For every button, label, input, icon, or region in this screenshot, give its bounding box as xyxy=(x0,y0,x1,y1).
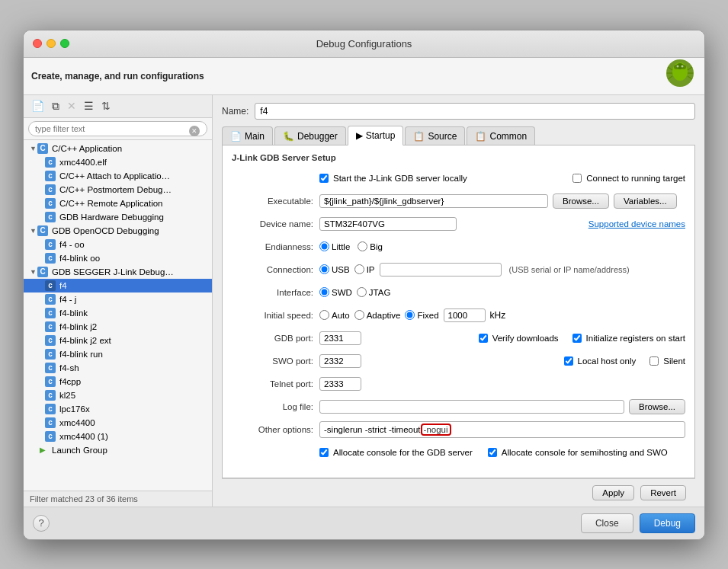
section-title: J-Link GDB Server Setup xyxy=(232,153,685,162)
tab-debugger[interactable]: 🐛 Debugger xyxy=(274,126,346,145)
sidebar-item-kl25[interactable]: c kl25 xyxy=(24,388,212,402)
duplicate-button[interactable]: ⧉ xyxy=(49,98,63,114)
speed-fixed-label[interactable]: Fixed xyxy=(405,310,438,320)
allocate-gdb-checkbox[interactable] xyxy=(319,448,329,457)
c-icon: c xyxy=(45,349,56,360)
sidebar-item-f4[interactable]: c f4 xyxy=(24,279,212,292)
executable-browse-button[interactable]: Browse... xyxy=(553,193,609,209)
endianness-little-label[interactable]: Little xyxy=(319,241,350,251)
c-icon: c xyxy=(45,294,56,305)
interface-jtag-radio[interactable] xyxy=(357,287,367,297)
search-clear-button[interactable]: ✕ xyxy=(189,126,200,136)
tab-common[interactable]: 📋 Common xyxy=(467,126,535,145)
interface-swd-radio[interactable] xyxy=(319,287,329,297)
ip-address-input[interactable] xyxy=(380,263,502,277)
other-options-row: Other options: -singlerun -strict -timeo… xyxy=(232,421,685,438)
interface-swd-label[interactable]: SWD xyxy=(319,287,352,297)
sidebar-item-f4-blink-j2[interactable]: c f4-blink j2 xyxy=(24,320,212,334)
sidebar-item-lpc176x[interactable]: c lpc176x xyxy=(24,402,212,416)
tab-source[interactable]: 📋 Source xyxy=(405,126,465,145)
endianness-little-radio[interactable] xyxy=(319,241,329,251)
sidebar-item-xmc4400-elf[interactable]: c xmc4400.elf xyxy=(24,155,212,169)
log-file-input[interactable] xyxy=(319,400,624,414)
name-input[interactable] xyxy=(255,103,695,120)
silent-checkbox[interactable] xyxy=(649,356,659,366)
sidebar-item-f4-blink[interactable]: c f4-blink xyxy=(24,306,212,320)
speed-auto-radio[interactable] xyxy=(319,310,329,320)
close-button[interactable]: Close xyxy=(581,513,633,533)
init-registers-checkbox[interactable] xyxy=(572,334,582,343)
local-host-only-checkbox[interactable] xyxy=(564,356,573,366)
sidebar-item-f4-blink-run[interactable]: c f4-blink run xyxy=(24,347,212,361)
close-button[interactable] xyxy=(33,39,42,48)
interface-jtag-label[interactable]: JTAG xyxy=(357,287,391,297)
sidebar-item-gdb-segger[interactable]: ▼ C GDB SEGGER J-Link Debug… xyxy=(24,265,212,279)
tab-main[interactable]: 📄 Main xyxy=(222,126,273,145)
verify-downloads-checkbox[interactable] xyxy=(479,334,488,343)
sidebar-item-f4-oo[interactable]: c f4 - oo xyxy=(24,238,212,251)
connect-running-checkbox[interactable] xyxy=(572,174,582,183)
sidebar-footer: Filter matched 23 of 36 items xyxy=(24,491,212,507)
revert-button[interactable]: Revert xyxy=(640,485,686,500)
other-options-nogui-highlight: -nogui xyxy=(421,424,451,436)
other-options-prefix: -singlerun -strict -timeout xyxy=(324,425,421,434)
sidebar-item-launch-group[interactable]: ▶ Launch Group xyxy=(24,443,212,457)
speed-adaptive-label[interactable]: Adaptive xyxy=(354,310,401,320)
sidebar-item-f4-sh[interactable]: c f4-sh xyxy=(24,361,212,375)
search-input[interactable] xyxy=(28,121,207,136)
supported-device-names-link[interactable]: Supported device names xyxy=(588,219,685,229)
connection-usb-radio[interactable] xyxy=(319,264,329,274)
start-server-checkbox[interactable] xyxy=(319,174,329,183)
connection-ip-label[interactable]: IP xyxy=(354,264,375,274)
speed-auto-label[interactable]: Auto xyxy=(319,310,350,320)
gdb-port-input[interactable] xyxy=(319,331,361,345)
executable-variables-button[interactable]: Variables... xyxy=(614,193,677,209)
sidebar-item-f4-blink-j2-ext[interactable]: c f4-blink j2 ext xyxy=(24,334,212,347)
sidebar-item-f4cpp[interactable]: c f4cpp xyxy=(24,375,212,388)
sidebar-item-xmc4400-1[interactable]: c xmc4400 (1) xyxy=(24,430,212,443)
sidebar-item-f4-j[interactable]: c f4 - j xyxy=(24,292,212,306)
log-browse-button[interactable]: Browse... xyxy=(629,399,685,414)
connection-usb-label[interactable]: USB xyxy=(319,264,350,274)
allocate-semihosting-text: Allocate console for semihosting and SWO xyxy=(502,448,668,457)
new-config-button[interactable]: 📄 xyxy=(28,98,47,113)
speed-fixed-radio[interactable] xyxy=(405,310,415,320)
delete-button[interactable]: ✕ xyxy=(64,98,79,113)
tab-startup[interactable]: ▶ Startup xyxy=(348,126,404,145)
c-icon: c xyxy=(45,431,56,442)
initial-speed-label: Initial speed: xyxy=(232,311,319,320)
minimize-button[interactable] xyxy=(47,39,56,48)
sidebar-item-cpp-application[interactable]: ▼ C C/C++ Application xyxy=(24,142,212,155)
sidebar-item-cpp-attach[interactable]: c C/C++ Attach to Applicatio… xyxy=(24,169,212,183)
apply-button[interactable]: Apply xyxy=(592,485,634,500)
device-name-input[interactable] xyxy=(319,217,457,231)
endianness-big-label[interactable]: Big xyxy=(358,241,383,251)
swo-port-input[interactable] xyxy=(319,354,361,368)
startup-tab-icon: ▶ xyxy=(356,130,363,141)
sidebar-item-xmc4400[interactable]: c xmc4400 xyxy=(24,416,212,430)
sidebar-item-gdb-openocd[interactable]: ▼ C GDB OpenOCD Debugging xyxy=(24,224,212,238)
endianness-big-text: Big xyxy=(370,242,383,251)
c-icon: c xyxy=(45,335,56,346)
speed-adaptive-radio[interactable] xyxy=(354,310,364,320)
sidebar-toolbar: 📄 ⧉ ✕ ☰ ⇅ xyxy=(24,95,212,118)
telnet-port-input[interactable] xyxy=(319,377,361,391)
sidebar-item-cpp-postmortem[interactable]: c C/C++ Postmortem Debug… xyxy=(24,183,212,197)
speed-adaptive-text: Adaptive xyxy=(367,311,401,320)
executable-input[interactable] xyxy=(319,194,548,208)
help-button[interactable]: ? xyxy=(33,515,50,532)
move-button[interactable]: ⇅ xyxy=(98,98,114,113)
sidebar-item-cpp-remote[interactable]: c C/C++ Remote Application xyxy=(24,197,212,210)
local-host-only-label: Local host only xyxy=(564,356,637,366)
endianness-big-radio[interactable] xyxy=(358,241,367,251)
maximize-button[interactable] xyxy=(60,39,69,48)
speed-value-input[interactable] xyxy=(444,308,486,322)
filter-button[interactable]: ☰ xyxy=(81,98,97,113)
speed-unit: kHz xyxy=(490,310,506,321)
sidebar-item-f4-blink-oo[interactable]: c f4-blink oo xyxy=(24,251,212,265)
sidebar-item-gdb-hardware[interactable]: c GDB Hardware Debugging xyxy=(24,210,212,224)
debug-button[interactable]: Debug xyxy=(640,513,695,533)
other-options-field[interactable]: -singlerun -strict -timeout -nogui xyxy=(319,421,685,438)
connection-ip-radio[interactable] xyxy=(354,264,364,274)
allocate-semihosting-checkbox[interactable] xyxy=(488,448,497,457)
